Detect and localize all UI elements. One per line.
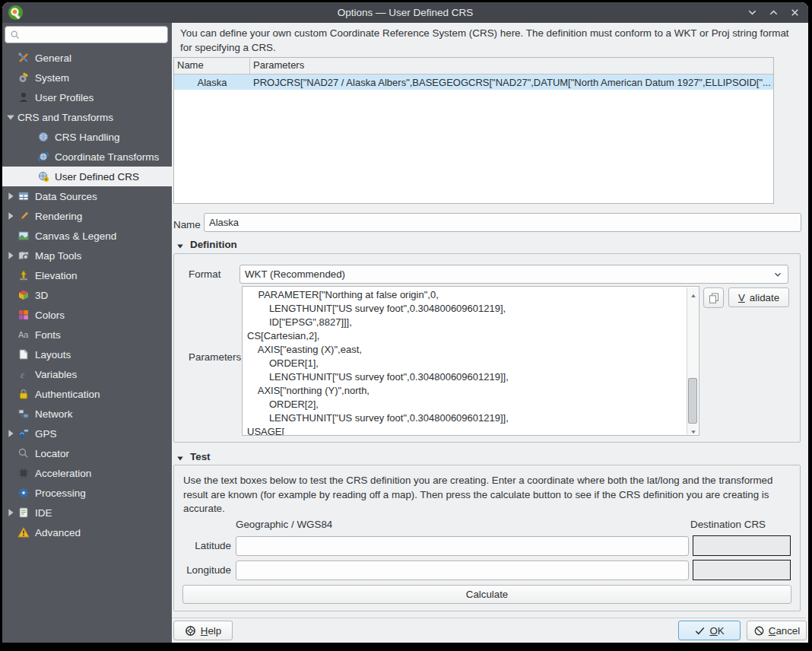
locator-icon [17,447,30,459]
wkt-text[interactable]: PARAMETER["Northing at false origin",0, … [247,288,684,435]
sidebar-item-processing[interactable]: Processing [2,483,172,503]
search-input[interactable] [21,27,167,43]
sidebar-item-rendering[interactable]: Rendering [2,206,172,226]
close-button[interactable] [789,7,801,18]
sidebar-item-label: Processing [35,487,86,499]
sidebar-item-variables[interactable]: εVariables [2,364,172,384]
source-crs-label: Geographic / WGS84 [236,519,332,530]
longitude-input[interactable] [236,560,689,580]
column-header-name[interactable]: Name [174,58,250,74]
sidebar-item-label: 3D [35,290,48,301]
canvas-legend-icon [17,230,30,242]
sidebar-item-general[interactable]: General [2,48,172,68]
sidebar-search [5,26,168,43]
expander-spacer [4,230,17,241]
sidebar-item-colors[interactable]: Colors [2,305,172,325]
expander-spacer [4,527,17,538]
sidebar-item-map-tools[interactable]: Map Tools [2,246,172,265]
expander-right-icon[interactable] [4,211,17,221]
sidebar-item-authentication[interactable]: Authentication [2,384,172,404]
test-title: Test [190,451,211,462]
cancel-button[interactable]: Cancel [747,621,807,640]
wkt-parameters-editor[interactable]: PARAMETER["Northing at false origin",0, … [242,286,699,436]
crs-name-input[interactable] [204,213,801,232]
sidebar-item-crs-handling[interactable]: CRS Handling [2,127,172,147]
sidebar-item-layouts[interactable]: Layouts [2,345,172,364]
sidebar-item-advanced[interactable]: Advanced [2,522,172,542]
sidebar-item-label: CRS and Transforms [17,112,113,123]
wkt-vertical-scrollbar[interactable] [687,287,698,434]
check-icon [694,625,705,636]
expander-right-icon[interactable] [4,191,17,202]
latitude-input[interactable] [236,536,689,556]
expander-right-icon[interactable] [4,428,17,439]
parameters-label: Parameters [189,351,241,363]
definition-title: Definition [190,239,237,250]
sidebar-item-ide[interactable]: IDE [2,503,172,522]
longitude-result-box [693,560,791,580]
shade-button[interactable] [747,7,758,18]
crs-table-row[interactable]: AlaskaPROJCRS["NAD27 / Alaska Albers",BA… [174,75,773,90]
sidebar-item-label: Locator [35,448,69,459]
colors-icon [17,309,30,321]
scroll-up-icon[interactable] [687,287,699,298]
crs-handling-icon [37,131,49,143]
system-icon [17,71,30,84]
map-tools-icon [17,249,30,262]
sidebar-item-3d[interactable]: 3D [2,285,172,305]
copy-icon [708,292,720,304]
sidebar-item-canvas-legend[interactable]: Canvas & Legend [2,226,172,246]
ide-icon [17,507,30,519]
expander-spacer [4,270,17,281]
copy-wkt-button[interactable] [703,287,724,308]
rendering-icon [17,210,30,222]
sidebar-item-label: Data Sources [35,191,97,202]
help-button[interactable]: Help [173,621,233,640]
sidebar-item-network[interactable]: Network [2,404,172,424]
sidebar-item-label: Elevation [35,270,78,281]
latitude-label: Latitude [181,536,231,556]
expander-spacer [4,72,17,83]
format-label: Format [189,265,220,284]
sidebar-item-label: Map Tools [35,250,81,262]
sidebar-item-fonts[interactable]: AaFonts [2,325,172,345]
sidebar-item-acceleration[interactable]: Acceleration [2,463,172,483]
cancel-icon [753,625,764,636]
sidebar-list: GeneralSystemUser ProfilesCRS and Transf… [2,48,172,542]
elevation-icon [17,269,30,281]
layouts-icon [17,348,30,360]
sidebar-item-user-defined-crs[interactable]: User Defined CRS [2,167,172,186]
three-d-icon [17,289,30,301]
sidebar-item-crs-and-transforms[interactable]: CRS and Transforms [2,107,172,127]
sidebar-item-data-sources[interactable]: Data Sources [2,186,172,206]
sidebar-item-elevation[interactable]: Elevation [2,265,172,285]
scroll-down-icon[interactable] [687,424,699,434]
ok-button[interactable]: OK [678,621,741,640]
sidebar-item-label: Coordinate Transforms [55,151,159,163]
sidebar-item-system[interactable]: System [2,68,172,87]
maximize-button[interactable] [768,7,779,18]
test-section-header[interactable]: Test [176,451,211,462]
sidebar-item-label: General [35,52,71,64]
scrollbar-thumb[interactable] [688,378,697,424]
sidebar-item-gps[interactable]: GPS [2,424,172,443]
authentication-icon [17,388,30,400]
sidebar-item-coordinate-transforms[interactable]: Coordinate Transforms [2,147,172,167]
sidebar-item-user-profiles[interactable]: User Profiles [2,87,172,107]
expander-right-icon[interactable] [4,250,17,261]
definition-section-header[interactable]: Definition [176,239,237,250]
sidebar-item-label: Network [35,408,73,420]
sidebar-item-label: Layouts [35,349,71,360]
expander-right-icon[interactable] [4,507,17,518]
format-combobox[interactable]: WKT (Recommended) [239,265,788,284]
expander-spacer [4,290,17,300]
validate-button[interactable]: Validate [728,287,789,307]
sidebar-item-label: Advanced [35,527,81,538]
expander-down-icon[interactable] [4,112,17,122]
calculate-button[interactable]: Calculate [182,585,791,604]
fonts-icon: Aa [17,329,30,341]
sidebar-item-locator[interactable]: Locator [2,443,172,463]
column-header-parameters[interactable]: Parameters [250,58,773,74]
processing-icon [17,487,30,499]
custom-crs-table[interactable]: Name Parameters AlaskaPROJCRS["NAD27 / A… [173,57,774,204]
